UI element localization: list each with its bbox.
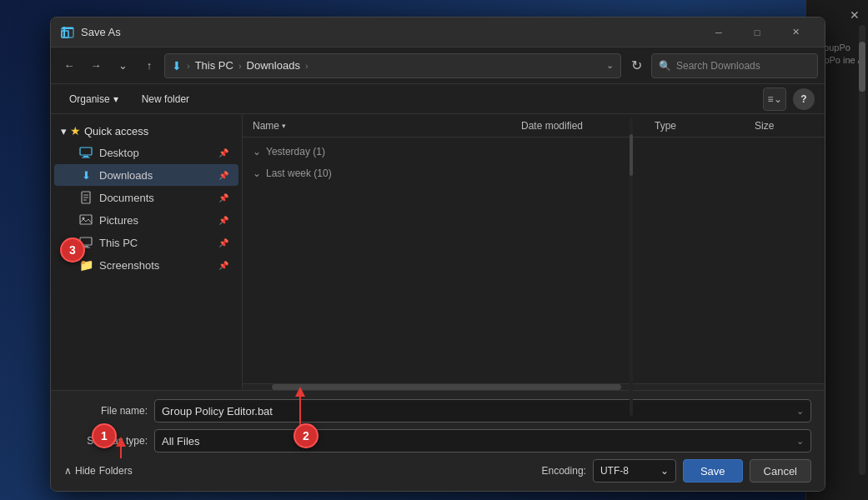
sidebar-item-pictures[interactable]: Pictures 📌 <box>54 209 238 231</box>
annotation-badge-3: 3 <box>60 238 85 262</box>
up-button[interactable]: ↑ <box>138 54 161 78</box>
footer: File name: Group Policy Editor.bat ⌄ Sav… <box>51 390 825 491</box>
right-panel-scrollbar[interactable] <box>859 25 865 475</box>
documents-pin-icon: 📌 <box>218 193 228 202</box>
file-group-last-week[interactable]: ⌄ Last week (10) <box>243 162 825 184</box>
right-panel-close-icon[interactable]: ✕ <box>850 8 860 22</box>
last-week-chevron: ⌄ <box>253 168 261 179</box>
view-chevron: ⌄ <box>774 93 782 105</box>
breadcrumb-separator-3: › <box>305 61 309 71</box>
search-bar[interactable]: 🔍 Search Downloads <box>651 53 818 78</box>
new-folder-button[interactable]: New folder <box>133 88 198 110</box>
footer-bottom-row: ∧ Hide Folders Encoding: UTF-8 ⌄ Save Ca… <box>64 459 811 482</box>
sidebar-label-desktop: Desktop <box>99 147 139 159</box>
this-pc-pin-icon: 📌 <box>218 238 228 248</box>
horizontal-scrollbar[interactable] <box>243 383 825 390</box>
sidebar-scrollbar[interactable] <box>630 118 633 390</box>
hide-chevron: ∧ <box>64 465 72 477</box>
sidebar-label-downloads: Downloads <box>99 169 153 182</box>
search-icon: 🔍 <box>659 60 671 72</box>
breadcrumb-separator-1: › <box>187 61 190 71</box>
pictures-icon <box>79 213 93 227</box>
svg-rect-4 <box>80 148 92 155</box>
address-bar-chevron[interactable]: ⌄ <box>606 60 614 71</box>
pictures-pin-icon: 📌 <box>218 216 228 225</box>
organise-button[interactable]: Organise ▾ <box>61 88 127 110</box>
col-size-header[interactable]: Size <box>751 120 818 132</box>
col-type-header[interactable]: Type <box>651 120 751 132</box>
annotation-badge-1: 1 <box>92 423 117 448</box>
sidebar-label-pictures: Pictures <box>99 214 138 227</box>
hide-folders-label: Folders <box>99 465 133 477</box>
breadcrumb-downloads[interactable]: Downloads <box>247 59 300 72</box>
refresh-button[interactable]: ↻ <box>625 54 648 78</box>
last-week-label: Last week (10) <box>266 168 332 179</box>
yesterday-label: Yesterday (1) <box>266 146 325 158</box>
help-button[interactable]: ? <box>793 88 815 110</box>
h-scrollbar-thumb <box>272 384 621 390</box>
refresh-icon: ↻ <box>631 58 642 73</box>
cancel-button[interactable]: Cancel <box>750 459 811 482</box>
breadcrumb-separator-2: › <box>238 61 242 71</box>
save-as-type-value: All Files <box>162 435 200 448</box>
sidebar-scrollbar-thumb <box>630 134 633 176</box>
save-as-type-chevron: ⌄ <box>796 436 804 447</box>
breadcrumb-this-pc[interactable]: This PC <box>195 59 233 72</box>
col-name-header[interactable]: Name ▾ <box>249 120 518 132</box>
titlebar-controls: ─ □ ✕ <box>700 19 815 46</box>
forward-button[interactable]: → <box>84 54 108 78</box>
toolbar: Organise ▾ New folder ≡ ⌄ ? <box>51 84 825 114</box>
maximize-button[interactable]: □ <box>738 19 776 46</box>
screenshots-pin-icon: 📌 <box>218 261 228 270</box>
sidebar-label-this-pc: This PC <box>99 237 138 249</box>
sort-icon: ▾ <box>282 122 286 130</box>
file-list: ⌄ Yesterday (1) ⌄ Last week (10) <box>243 138 825 383</box>
save-button[interactable]: Save <box>683 459 743 482</box>
file-area: Name ▾ Date modified Type Size <box>243 114 825 390</box>
minimize-button[interactable]: ─ <box>700 19 738 46</box>
save-as-type-input[interactable]: All Files ⌄ <box>154 429 811 452</box>
window-icon <box>61 26 74 39</box>
quick-access-header[interactable]: ▾ ★ Quick access <box>51 121 242 141</box>
screenshots-icon: 📁 <box>79 258 93 272</box>
back-button[interactable]: ← <box>58 54 81 78</box>
content-area: ▾ ★ Quick access Desktop 📌 <box>51 114 825 390</box>
desktop-icon <box>79 146 93 159</box>
file-name-input[interactable]: Group Policy Editor.bat ⌄ <box>154 399 811 422</box>
sidebar-item-documents[interactable]: Documents 📌 <box>54 187 238 208</box>
close-button[interactable]: ✕ <box>776 19 815 46</box>
encoding-select[interactable]: UTF-8 ⌄ <box>593 459 676 482</box>
svg-rect-11 <box>80 215 92 224</box>
navbar: ← → ⌄ ↑ ⬇ › This PC › Downloads › ⌄ ↻ 🔍 … <box>51 48 825 84</box>
file-name-label: File name: <box>64 405 148 417</box>
column-headers: Name ▾ Date modified Type Size <box>243 114 825 138</box>
file-name-chevron: ⌄ <box>796 406 804 417</box>
titlebar: Save As ─ □ ✕ <box>51 18 825 48</box>
scrollbar-thumb <box>859 42 865 92</box>
view-button[interactable]: ≡ ⌄ <box>763 88 786 111</box>
hide-folders-button[interactable]: ∧ Hide Folders <box>64 465 133 477</box>
desktop-pin-icon: 📌 <box>218 148 228 158</box>
search-placeholder: Search Downloads <box>676 60 760 72</box>
window-title: Save As <box>81 26 700 38</box>
file-name-value: Group Policy Editor.bat <box>162 405 273 418</box>
yesterday-chevron: ⌄ <box>253 146 261 158</box>
dropdown-button[interactable]: ⌄ <box>111 54 134 78</box>
organise-chevron: ▾ <box>113 93 118 105</box>
downloads-pin-icon: 📌 <box>218 171 228 180</box>
sidebar-item-desktop[interactable]: Desktop 📌 <box>54 142 238 163</box>
file-group-yesterday[interactable]: ⌄ Yesterday (1) <box>243 141 825 162</box>
svg-rect-6 <box>82 158 90 158</box>
quick-access-star-icon: ★ <box>70 124 81 138</box>
sidebar-item-downloads[interactable]: ⬇ Downloads 📌 <box>54 164 238 186</box>
quick-access-label: Quick access <box>84 125 148 138</box>
hide-label: Hide <box>75 465 96 477</box>
svg-rect-2 <box>63 27 65 37</box>
address-bar[interactable]: ⬇ › This PC › Downloads › ⌄ <box>164 53 621 78</box>
address-bar-icon: ⬇ <box>172 59 182 72</box>
quick-access-chevron: ▾ <box>61 125 67 138</box>
save-as-type-row: Save as type: All Files ⌄ <box>64 429 811 452</box>
sidebar-label-screenshots: Screenshots <box>99 259 159 272</box>
encoding-label: Encoding: <box>542 465 586 477</box>
view-icon: ≡ <box>767 93 773 105</box>
